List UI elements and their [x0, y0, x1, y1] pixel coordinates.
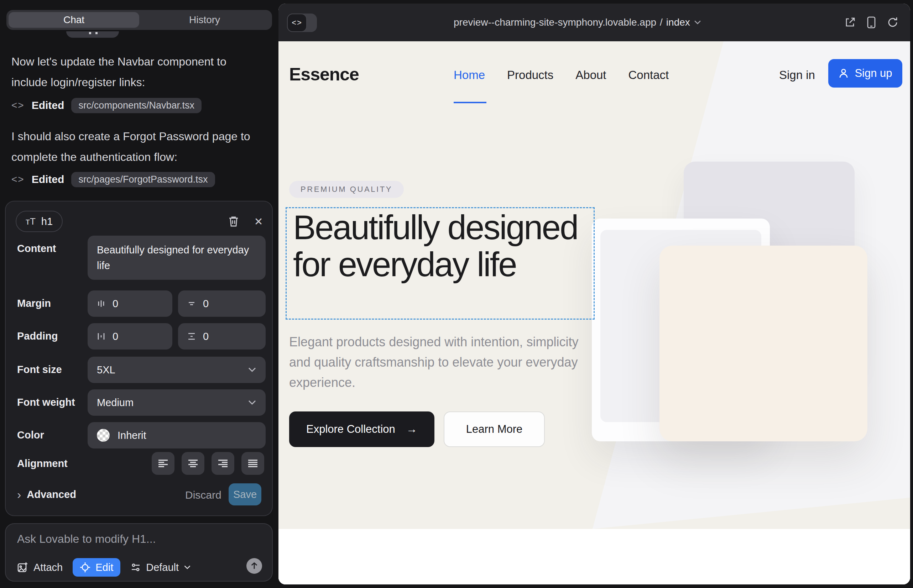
code-icon: <>: [11, 174, 24, 185]
chat-message: I should also create a Forgot Password p…: [11, 126, 265, 167]
nav-home[interactable]: Home: [454, 68, 485, 82]
file-chip[interactable]: src/pages/ForgotPassword.tsx: [71, 172, 215, 187]
h1-selection-outline: Beautifully designed for everyday life: [286, 207, 595, 320]
open-external-button[interactable]: [844, 16, 856, 29]
color-label: Color: [17, 429, 44, 441]
chat-message: Now let's update the Navbar component to…: [11, 51, 265, 92]
chevron-right-icon: ›: [17, 488, 21, 501]
nav-active-underline: [454, 102, 486, 103]
chevron-down-icon: [248, 367, 256, 373]
selected-element-pill: тT h1: [16, 211, 63, 232]
composer-toolbar: Attach Edit Default: [17, 558, 191, 577]
tab-history[interactable]: History: [139, 12, 270, 28]
margin-x-input[interactable]: 0: [87, 291, 172, 317]
color-swatch: [97, 429, 110, 442]
margin-y-input[interactable]: 0: [178, 291, 265, 317]
arrow-right-icon: →: [406, 423, 417, 436]
hero-heading[interactable]: Beautifully designed for everyday life: [293, 209, 592, 283]
align-right-button[interactable]: [212, 452, 234, 475]
code-view-toggle[interactable]: <>: [287, 13, 317, 32]
attach-button[interactable]: Attach: [17, 562, 63, 573]
attach-label: Attach: [34, 562, 63, 573]
explore-collection-button[interactable]: Explore Collection →: [289, 412, 434, 447]
code-toggle-icon: <>: [287, 13, 307, 32]
font-size-value: 5XL: [97, 364, 115, 376]
code-icon: <>: [11, 100, 24, 111]
page-name: index: [666, 17, 690, 28]
font-weight-value: Medium: [97, 397, 134, 409]
edited-label: Edited: [32, 173, 65, 186]
arrow-up-icon: [250, 562, 258, 570]
site-logo[interactable]: Essence: [289, 64, 359, 85]
font-size-select[interactable]: 5XL: [87, 357, 265, 383]
content-value: Beautifully designed for everyday life: [97, 242, 256, 273]
edit-mode-button[interactable]: Edit: [73, 558, 120, 577]
tab-chat[interactable]: Chat: [8, 12, 139, 28]
padding-label: Padding: [17, 330, 58, 342]
composer-input[interactable]: [17, 533, 252, 546]
margin-x-value: 0: [113, 298, 118, 310]
align-left-button[interactable]: [152, 452, 175, 475]
send-button[interactable]: [246, 558, 262, 574]
sign-up-button[interactable]: Sign up: [828, 59, 902, 87]
align-left-icon: [158, 459, 168, 468]
url-separator: /: [660, 17, 663, 28]
smartphone-icon: [867, 16, 876, 29]
edited-file-row: <> Edited src/components/Navbar.tsx: [11, 97, 202, 114]
color-select[interactable]: Inherit: [87, 422, 265, 449]
align-center-button[interactable]: [181, 452, 204, 475]
content-input[interactable]: Beautifully designed for everyday life: [87, 236, 265, 280]
content-label: Content: [17, 243, 56, 255]
person-icon: [838, 68, 849, 79]
nav-products[interactable]: Products: [507, 68, 554, 82]
refresh-button[interactable]: [887, 16, 899, 29]
alignment-label: Alignment: [17, 458, 68, 470]
attach-image-icon: [17, 562, 29, 573]
element-editor-panel: тT h1 ✕ Content Beautifully designed for…: [5, 201, 273, 516]
font-weight-select[interactable]: Medium: [87, 389, 265, 416]
padding-y-input[interactable]: 0: [178, 323, 265, 349]
close-icon: ✕: [254, 215, 263, 228]
padding-x-value: 0: [113, 331, 118, 342]
external-link-icon: [844, 16, 856, 29]
chat-panel: Chat History Now let's update the Navbar…: [0, 0, 278, 588]
edit-label: Edit: [96, 562, 113, 573]
padding-vertical-icon: [186, 331, 197, 341]
sign-in-link[interactable]: Sign in: [779, 68, 815, 82]
margin-vertical-icon: [186, 299, 197, 309]
font-size-label: Font size: [17, 364, 62, 375]
chat-composer: Attach Edit Default: [5, 523, 273, 582]
element-tag: h1: [41, 216, 53, 228]
edited-label: Edited: [32, 99, 65, 111]
sliders-icon: [130, 562, 141, 572]
font-weight-label: Font weight: [17, 396, 75, 408]
mobile-view-button[interactable]: [867, 16, 876, 29]
close-editor-button[interactable]: ✕: [251, 214, 265, 228]
advanced-toggle[interactable]: › Advanced: [17, 488, 76, 501]
padding-x-input[interactable]: 0: [87, 323, 172, 349]
advanced-label: Advanced: [27, 489, 76, 501]
align-justify-icon: [248, 459, 258, 468]
browser-chrome-bar: <> preview--charming-site-symphony.lovab…: [278, 3, 910, 41]
explore-label: Explore Collection: [306, 423, 395, 436]
premium-quality-badge: PREMIUM QUALITY: [289, 181, 404, 198]
padding-y-value: 0: [203, 331, 209, 342]
align-justify-button[interactable]: [241, 452, 264, 475]
file-chip[interactable]: src/components/Navbar.tsx: [71, 98, 202, 113]
mode-select[interactable]: Default: [130, 562, 191, 573]
url-breadcrumb[interactable]: preview--charming-site-symphony.lovable.…: [454, 3, 701, 41]
chevron-down-icon: [248, 400, 256, 405]
edit-target-icon: [80, 562, 91, 573]
nav-about[interactable]: About: [575, 68, 606, 82]
save-button[interactable]: Save: [228, 483, 261, 506]
discard-button[interactable]: Discard: [185, 489, 222, 501]
chevron-down-icon: [184, 565, 191, 570]
chrome-actions: [844, 3, 899, 41]
padding-horizontal-icon: [96, 331, 106, 341]
chevron-down-icon: [694, 20, 701, 25]
delete-element-button[interactable]: [227, 214, 241, 228]
refresh-icon: [887, 16, 899, 29]
learn-more-button[interactable]: Learn More: [444, 412, 545, 447]
nav-contact[interactable]: Contact: [628, 68, 669, 82]
margin-y-value: 0: [203, 298, 209, 310]
